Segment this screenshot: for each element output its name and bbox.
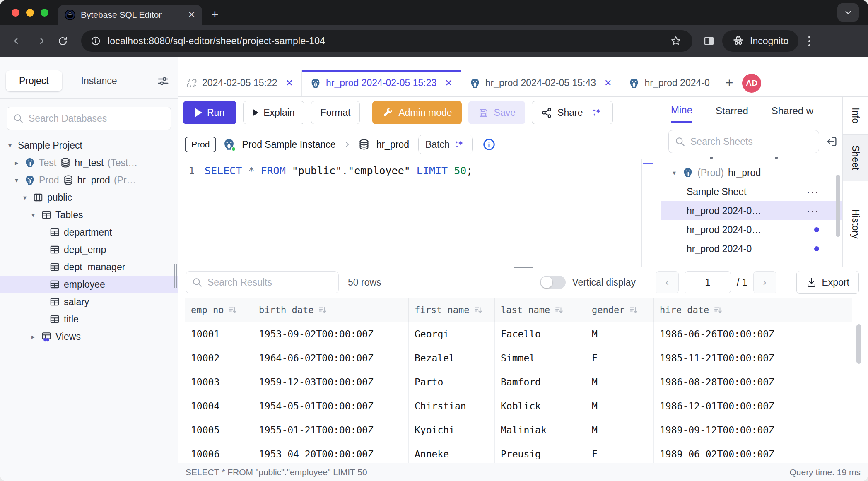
table-cell[interactable]: Facello (495, 322, 586, 346)
tree-item-hr-prod[interactable]: ▾ Prod hr_prod (Pr… (0, 171, 178, 189)
new-tab-button[interactable]: + (211, 7, 219, 22)
reload-button[interactable] (53, 31, 72, 51)
column-header-last_name[interactable]: last_name (495, 298, 586, 322)
table-cell[interactable]: Chirstian (409, 394, 495, 418)
tree-item-views[interactable]: ▸ Views (0, 328, 178, 345)
editor-tab-1[interactable]: 2024-02-05 15:22 ✕ (178, 70, 302, 96)
close-tab-icon[interactable]: ✕ (604, 78, 612, 89)
table-cell[interactable]: 1959-12-03T00:00:00Z (253, 370, 409, 394)
table-cell[interactable]: Georgi (409, 322, 495, 346)
sort-icon[interactable] (228, 305, 238, 315)
side-panel-icon[interactable] (703, 35, 715, 47)
tree-item-table-dept-emp[interactable]: dept_emp (0, 241, 178, 258)
tree-item-tables[interactable]: ▾ Tables (0, 206, 178, 224)
database-search-input[interactable] (29, 113, 165, 124)
editor-tab-2-active[interactable]: hr_prod 2024-02-05 15:23 ✕ (302, 70, 461, 96)
tab-history[interactable]: History (843, 181, 868, 267)
bookmark-star-icon[interactable] (670, 35, 682, 47)
sidebar-filter-icon[interactable] (157, 75, 169, 87)
sheet-item-selected[interactable]: hr_prod 2024-0… ··· (661, 201, 842, 220)
table-cell[interactable]: 1986-12-01T00:00:00Z (654, 394, 807, 418)
results-resize-handle[interactable] (514, 265, 533, 268)
sort-icon[interactable] (318, 305, 328, 315)
back-button[interactable] (8, 31, 27, 51)
tab-starred[interactable]: Starred (716, 105, 748, 122)
sheet-item-unsaved-2[interactable]: hr_prod 2024-0 (661, 239, 842, 258)
table-cell[interactable]: 10003 (185, 370, 253, 394)
column-header-birth_date[interactable]: birth_date (253, 298, 409, 322)
table-scrollbar[interactable] (856, 324, 861, 364)
database-search[interactable] (7, 107, 171, 130)
table-cell[interactable]: Kyoichi (409, 418, 495, 442)
browser-tab[interactable]: Bytebase SQL Editor ✕ (58, 5, 202, 25)
sidebar-resize-handle[interactable] (174, 264, 177, 288)
table-cell[interactable]: Koblick (495, 394, 586, 418)
editor-tab-3[interactable]: hr_prod 2024-02-05 15:43 ✕ (461, 70, 621, 96)
table-cell[interactable]: 10006 (185, 442, 253, 463)
tree-item-table-salary[interactable]: salary (0, 293, 178, 310)
share-button[interactable]: Share (532, 101, 613, 124)
table-cell[interactable]: Preusig (495, 442, 586, 463)
info-icon[interactable] (482, 138, 496, 151)
sheet-menu-icon[interactable]: ··· (807, 186, 819, 197)
table-cell[interactable]: 1964-06-02T00:00:00Z (253, 346, 409, 370)
column-header-emp_no[interactable]: emp_no (185, 298, 253, 322)
table-cell[interactable]: Bamford (495, 370, 586, 394)
table-cell[interactable]: 1953-04-20T00:00:00Z (253, 442, 409, 463)
vertical-display-toggle[interactable] (540, 276, 566, 289)
chevron-down-icon[interactable]: ▾ (21, 194, 29, 202)
tab-sheet[interactable]: Sheet (843, 135, 868, 181)
address-bar[interactable]: localhost:8080/sql-editor/sheet/project-… (81, 30, 692, 52)
tab-project[interactable]: Project (6, 70, 62, 91)
tree-item-project[interactable]: ▾ Sample Project (0, 137, 178, 154)
table-cell[interactable]: M (586, 370, 654, 394)
tree-item-table-dept-manager[interactable]: dept_manager (0, 258, 178, 276)
table-cell[interactable]: Bezalel (409, 346, 495, 370)
editor-minimap[interactable] (641, 159, 654, 267)
page-input[interactable] (685, 271, 731, 293)
format-button[interactable]: Format (311, 101, 360, 124)
results-search[interactable] (186, 271, 339, 293)
table-cell[interactable]: Parto (409, 370, 495, 394)
new-sheet-tab-button[interactable]: + (718, 70, 741, 96)
table-cell[interactable]: F (586, 346, 654, 370)
explain-button[interactable]: Explain (243, 101, 304, 124)
tab-search-button[interactable] (837, 3, 859, 22)
minimize-window-button[interactable] (26, 9, 34, 17)
close-window-button[interactable] (12, 9, 19, 17)
chevron-down-icon[interactable]: ▾ (6, 142, 14, 149)
table-cell[interactable]: M (586, 418, 654, 442)
sheet-search[interactable] (668, 130, 819, 153)
table-cell[interactable]: M (586, 322, 654, 346)
sheet-list-scrollbar[interactable] (836, 175, 840, 237)
table-cell[interactable]: 1989-09-12T00:00:00Z (654, 418, 807, 442)
sort-icon[interactable] (473, 305, 483, 315)
table-cell[interactable]: 10004 (185, 394, 253, 418)
chevron-down-icon[interactable]: ▾ (12, 176, 21, 184)
chevron-down-icon[interactable]: ▾ (29, 211, 37, 219)
import-sheet-icon[interactable] (826, 135, 838, 148)
table-cell[interactable]: 1985-11-21T00:00:00Z (654, 346, 807, 370)
tree-item-hr-test[interactable]: ▸ Test hr_test (Test… (0, 154, 178, 171)
browser-menu-button[interactable] (806, 34, 813, 49)
maximize-window-button[interactable] (41, 9, 48, 17)
admin-mode-button[interactable]: Admin mode (372, 101, 461, 124)
table-cell[interactable]: 10002 (185, 346, 253, 370)
sheet-item-unsaved-1[interactable]: hr_prod 2024-0… (661, 220, 842, 239)
table-cell[interactable]: 1953-09-02T00:00:00Z (253, 322, 409, 346)
table-cell[interactable]: 1986-06-26T00:00:00Z (654, 322, 807, 346)
tree-item-schema-public[interactable]: ▾ public (0, 189, 178, 206)
column-header-hire_date[interactable]: hire_date (654, 298, 807, 322)
table-cell[interactable]: M (586, 394, 654, 418)
table-cell[interactable]: F (586, 442, 654, 463)
table-cell[interactable]: 1954-05-01T00:00:00Z (253, 394, 409, 418)
chevron-right-icon[interactable]: ▸ (29, 333, 37, 341)
sheet-menu-icon[interactable]: ··· (807, 205, 819, 216)
tab-info[interactable]: Info (843, 97, 868, 135)
close-tab-icon[interactable]: ✕ (286, 78, 293, 89)
site-info-icon[interactable] (90, 36, 101, 46)
table-cell[interactable]: Simmel (495, 346, 586, 370)
chevron-down-icon[interactable]: ▾ (670, 169, 678, 177)
forward-button[interactable] (31, 31, 50, 51)
run-button[interactable]: Run (183, 101, 236, 124)
